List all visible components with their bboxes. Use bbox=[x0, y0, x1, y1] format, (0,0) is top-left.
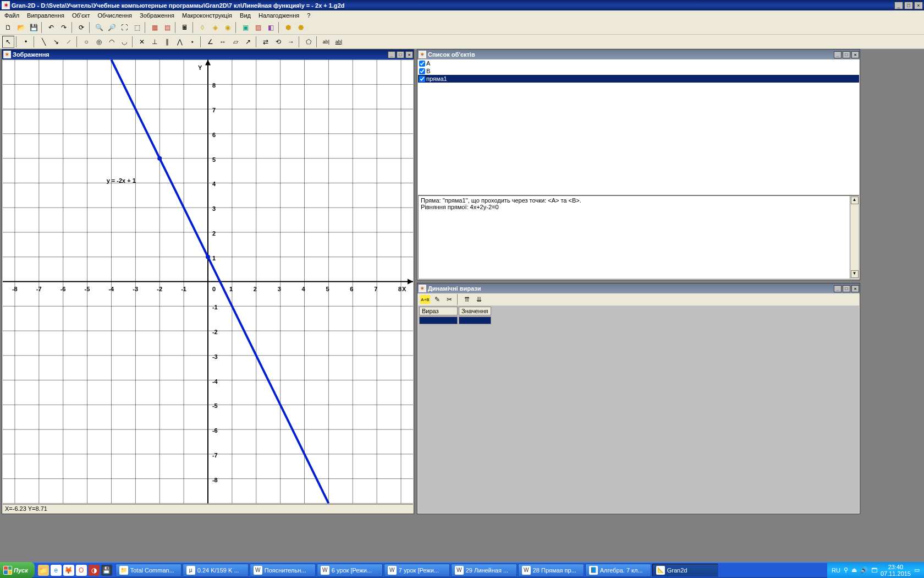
undo-icon[interactable]: ↶ bbox=[45, 21, 57, 34]
plot-svg[interactable]: -8-7-6-5-4-3-2-112345678-8-7-6-5-4-3-2-1… bbox=[3, 59, 413, 504]
tool-e-icon[interactable]: ▨ bbox=[252, 21, 264, 34]
tool-h-icon[interactable]: ⬣ bbox=[295, 21, 307, 34]
point-icon[interactable]: • bbox=[20, 36, 32, 48]
perpend-icon[interactable]: ⊥ bbox=[148, 36, 161, 48]
redo-icon[interactable]: ↷ bbox=[58, 21, 70, 34]
tray-clock[interactable]: 23:40 07.11.2015 bbox=[881, 564, 911, 577]
parallel-icon[interactable]: ∥ bbox=[161, 36, 173, 48]
menu-object[interactable]: Об'єкт bbox=[69, 12, 94, 19]
zoom-out-icon[interactable]: 🔎 bbox=[106, 21, 118, 34]
menu-file[interactable]: Файл bbox=[1, 12, 23, 19]
task-button[interactable]: W28 Прямая пр... bbox=[518, 564, 584, 577]
window-plot[interactable]: ✶ Зображення _ □ × -8-7-6-5-4-3-2-112345… bbox=[2, 49, 414, 514]
menu-view[interactable]: Вид bbox=[237, 12, 254, 19]
slope-icon[interactable]: ↗ bbox=[242, 36, 254, 48]
dyn-titlebar[interactable]: ✶ Динамічні вирази _ □ × bbox=[417, 283, 860, 293]
dyn-up-icon[interactable]: ⇈ bbox=[461, 295, 472, 304]
start-button[interactable]: Пуск bbox=[0, 562, 35, 578]
dyn-edit-icon[interactable]: ✎ bbox=[432, 295, 443, 304]
plot-close-button[interactable]: × bbox=[405, 51, 413, 58]
list-item[interactable]: пряма1 bbox=[418, 75, 859, 83]
reflect-icon[interactable]: ⇄ bbox=[260, 36, 272, 48]
dyn-down-icon[interactable]: ⇊ bbox=[474, 295, 485, 304]
dyn-max-button[interactable]: □ bbox=[843, 285, 850, 292]
task-button[interactable]: 📐Gran2d bbox=[652, 564, 718, 577]
zoom-in-icon[interactable]: 🔍 bbox=[93, 21, 105, 34]
dyn-col-expr[interactable]: Вираз bbox=[419, 307, 458, 315]
tray-show-desktop[interactable]: ▭ bbox=[914, 566, 920, 574]
menu-macro[interactable]: Макроконструкція bbox=[179, 12, 235, 19]
menu-calc[interactable]: Обчислення bbox=[95, 12, 136, 19]
object-list[interactable]: ABпряма1 bbox=[418, 59, 859, 195]
list-item[interactable]: B bbox=[418, 67, 859, 75]
list-max-button[interactable]: □ bbox=[843, 51, 850, 58]
task-button[interactable]: WПояснительн... bbox=[250, 564, 316, 577]
segment-icon[interactable]: ╲ bbox=[37, 36, 50, 48]
dyn-cell-expr[interactable] bbox=[419, 317, 458, 324]
line-icon[interactable]: ⟋ bbox=[63, 36, 75, 48]
task-button[interactable]: µ0.24 K/159 K ... bbox=[183, 564, 249, 577]
save-icon[interactable]: 💾 bbox=[28, 21, 40, 34]
tool-d-icon[interactable]: ▣ bbox=[239, 21, 251, 34]
intersect-icon[interactable]: ✕ bbox=[136, 36, 148, 48]
window-object-list[interactable]: ✶ Список об'єктів _ □ × ABпряма1 Пряма: … bbox=[417, 49, 860, 280]
grid-icon[interactable]: ▦ bbox=[148, 21, 161, 34]
midpoint-icon[interactable]: ⋆ bbox=[186, 36, 199, 48]
plot-titlebar[interactable]: ✶ Зображення _ □ × bbox=[2, 50, 414, 59]
list-item-checkbox[interactable] bbox=[419, 68, 425, 74]
list-item[interactable]: A bbox=[418, 59, 859, 67]
dyn-col-value[interactable]: Значення bbox=[459, 307, 491, 315]
area-icon[interactable]: ▱ bbox=[229, 36, 241, 48]
ql-opera-icon[interactable]: O bbox=[76, 565, 87, 576]
tray-volume-icon[interactable]: 🔊 bbox=[860, 566, 868, 574]
dyn-add-icon[interactable]: A+B bbox=[420, 295, 431, 304]
angle-icon[interactable]: ∠ bbox=[204, 36, 216, 48]
tool-b-icon[interactable]: ◈ bbox=[209, 21, 221, 34]
polygon-icon[interactable]: ⬠ bbox=[302, 36, 315, 48]
dyn-min-button[interactable]: _ bbox=[834, 285, 842, 292]
tool-g-icon[interactable]: ⬢ bbox=[282, 21, 294, 34]
rotate-icon[interactable]: ⟲ bbox=[272, 36, 284, 48]
scroll-down-icon[interactable]: ▼ bbox=[851, 270, 859, 278]
task-button[interactable]: W29 Линейная ... bbox=[451, 564, 517, 577]
ql-save-icon[interactable]: 💾 bbox=[101, 565, 112, 576]
tool-a-icon[interactable]: ◊ bbox=[196, 21, 208, 34]
close-button[interactable]: × bbox=[914, 2, 923, 9]
task-button[interactable]: W7 урок [Режи... bbox=[384, 564, 450, 577]
tray-lang[interactable]: RU bbox=[832, 567, 840, 574]
menu-image[interactable]: Зображення bbox=[136, 12, 178, 19]
info-scrollbar[interactable]: ▲▼ bbox=[850, 196, 859, 279]
arc-icon[interactable]: ◠ bbox=[106, 36, 118, 48]
translate-icon[interactable]: → bbox=[285, 36, 297, 48]
arc2-icon[interactable]: ◡ bbox=[118, 36, 130, 48]
menu-edit[interactable]: Виправлення bbox=[24, 12, 68, 19]
ql-explorer-icon[interactable]: 📁 bbox=[38, 565, 49, 576]
zoom-region-icon[interactable]: ⬚ bbox=[131, 21, 143, 34]
minimize-button[interactable]: _ bbox=[894, 2, 903, 9]
task-button[interactable]: 📁Total Comman... bbox=[116, 564, 182, 577]
dyn-del-icon[interactable]: ✂ bbox=[444, 295, 455, 304]
open-icon[interactable]: 📂 bbox=[15, 21, 27, 34]
menu-help[interactable]: ? bbox=[304, 12, 314, 19]
tool-c-icon[interactable]: ◉ bbox=[222, 21, 234, 34]
dyn-close-button[interactable]: × bbox=[851, 285, 859, 292]
label-icon[interactable]: ab| bbox=[320, 36, 332, 48]
plot-max-button[interactable]: □ bbox=[397, 51, 404, 58]
ray-icon[interactable]: ↘ bbox=[50, 36, 62, 48]
pointer-icon[interactable]: ↖ bbox=[2, 36, 14, 48]
plot-canvas-area[interactable]: -8-7-6-5-4-3-2-112345678-8-7-6-5-4-3-2-1… bbox=[3, 59, 413, 504]
calc-icon[interactable]: 🖩 bbox=[179, 21, 191, 34]
tool-f-icon[interactable]: ◧ bbox=[265, 21, 277, 34]
dyn-cell-value[interactable] bbox=[459, 317, 491, 324]
list-close-button[interactable]: × bbox=[851, 51, 859, 58]
scroll-up-icon[interactable]: ▲ bbox=[851, 197, 859, 204]
ql-firefox-icon[interactable]: 🦊 bbox=[63, 565, 74, 576]
window-dynamic-expr[interactable]: ✶ Динамічні вирази _ □ × A+B ✎ ✂ ⇈ ⇊ Вир… bbox=[417, 283, 860, 514]
circle2-icon[interactable]: ◎ bbox=[93, 36, 105, 48]
list-min-button[interactable]: _ bbox=[834, 51, 842, 58]
list-item-checkbox[interactable] bbox=[419, 61, 425, 67]
tray-icon2[interactable]: ⏏ bbox=[851, 566, 857, 574]
zoom-fit-icon[interactable]: ⛶ bbox=[118, 21, 130, 34]
task-button[interactable]: 📘Алгебра. 7 кл... bbox=[585, 564, 651, 577]
tray-icon3[interactable]: 🗔 bbox=[871, 567, 877, 574]
